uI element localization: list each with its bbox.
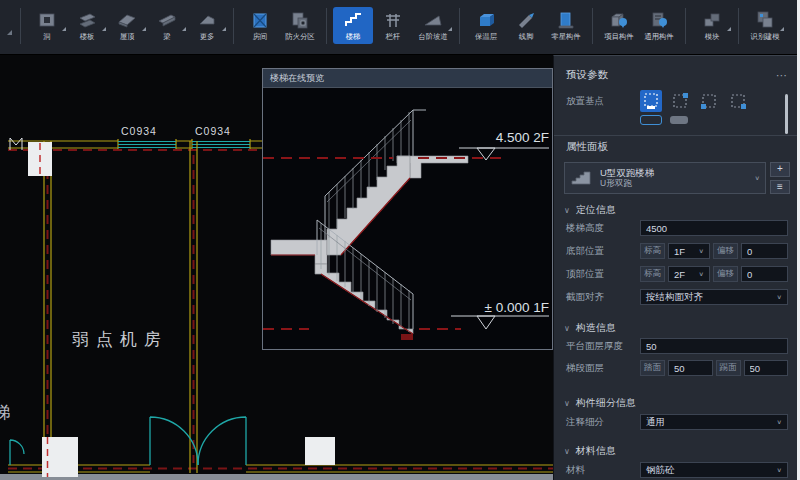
panel-scrollbar[interactable] bbox=[785, 94, 788, 134]
section-construction[interactable]: ∨ 构造信息 bbox=[554, 321, 800, 335]
note-subdivision-select[interactable]: 通用 ∨ bbox=[640, 414, 788, 430]
toolbar-divider bbox=[592, 8, 593, 44]
tool-steps-ramp-button[interactable]: 台阶坡道 bbox=[413, 7, 453, 44]
base-point-option-4[interactable] bbox=[727, 90, 749, 112]
clipped-tool-button[interactable] bbox=[0, 7, 14, 47]
base-point-option-5[interactable] bbox=[640, 115, 662, 125]
tool-generic-component-button[interactable]: 通用构件 bbox=[639, 7, 679, 44]
chevron-down-icon: ∨ bbox=[564, 399, 570, 408]
soffit-lines bbox=[271, 178, 413, 334]
add-type-button[interactable]: + bbox=[770, 162, 790, 177]
stair-height-label: 楼梯高度 bbox=[566, 222, 640, 235]
properties-panel: 预设参数 ⋯ 放置基点 属性面板 U bbox=[553, 55, 800, 480]
toolbar-divider bbox=[459, 8, 460, 44]
stair-preview-title[interactable]: 楼梯在线预览 bbox=[263, 69, 552, 88]
misc-component-icon bbox=[554, 8, 578, 32]
tool-recognize-model-button[interactable]: 识别建模 bbox=[745, 7, 785, 44]
stair-subtype-name: U形双跑 bbox=[600, 178, 749, 189]
tool-railing-button[interactable]: 栏杆 bbox=[373, 7, 413, 44]
section-subdivision[interactable]: ∨ 构件细分信息 bbox=[554, 396, 800, 410]
main-toolbar: 洞 楼板 屋顶 梁 更多 房间 bbox=[0, 0, 800, 55]
molding-icon bbox=[514, 8, 538, 32]
more-tools-icon bbox=[195, 8, 219, 32]
window bbox=[118, 142, 250, 148]
stair-preview-popup: 楼梯在线预览 bbox=[262, 68, 553, 350]
stair-height-input[interactable] bbox=[640, 220, 788, 236]
toolbar-group-recognition: 识别建模 bbox=[745, 7, 785, 44]
platform-thickness-input[interactable] bbox=[640, 338, 788, 354]
note-subdivision-label: 注释细分 bbox=[566, 416, 640, 429]
chevron-down-icon: ∨ bbox=[564, 447, 570, 456]
chevron-down-icon: ∨ bbox=[564, 324, 570, 333]
toolbar-group-space: 房间 防火分区 bbox=[240, 7, 320, 44]
section-align-select[interactable]: 按结构面对齐 ∨ bbox=[640, 289, 788, 305]
stair-type-select[interactable]: U型双跑楼梯 U形双跑 ∨ bbox=[564, 162, 766, 194]
base-point-option-6[interactable] bbox=[670, 116, 688, 124]
top-level-select[interactable]: 2F ∨ bbox=[668, 266, 710, 282]
tool-misc-component-button[interactable]: 零星构件 bbox=[546, 7, 586, 44]
bottom-level-select[interactable]: 1F ∨ bbox=[668, 243, 710, 259]
offset-tag: 偏移 bbox=[713, 243, 738, 259]
chevron-down-icon: ∨ bbox=[777, 293, 783, 300]
toolbar-divider bbox=[20, 8, 21, 44]
toolbar-divider bbox=[233, 8, 234, 44]
tool-project-component-button[interactable]: 项目构件 bbox=[599, 7, 639, 44]
tool-module-button[interactable]: 模块 bbox=[692, 7, 732, 44]
tread-tag: 踏面 bbox=[640, 360, 665, 376]
tool-molding-button[interactable]: 线脚 bbox=[506, 7, 546, 44]
tool-more-button[interactable]: 更多 bbox=[187, 7, 227, 44]
section-align-label: 截面对齐 bbox=[566, 291, 640, 304]
flight-finish-label: 梯段面层 bbox=[566, 362, 640, 375]
riser-tag: 踢面 bbox=[716, 360, 741, 376]
chevron-down-icon: ∨ bbox=[777, 466, 783, 473]
hole-icon bbox=[35, 8, 59, 32]
base-point-option-3[interactable] bbox=[698, 90, 720, 112]
recognize-model-icon bbox=[753, 8, 777, 32]
tool-fire-zone-button[interactable]: 防火分区 bbox=[280, 7, 320, 44]
tool-floor-slab-button[interactable]: 楼板 bbox=[67, 7, 107, 44]
stair-type-box: U型双跑楼梯 U形双跑 ∨ + ≡ bbox=[564, 162, 790, 194]
base-point-row-2 bbox=[554, 115, 800, 127]
tread-thickness-input[interactable] bbox=[668, 360, 713, 376]
type-options-button[interactable]: ≡ bbox=[770, 180, 790, 195]
stair-icon bbox=[341, 8, 365, 32]
tool-insulation-button[interactable]: 保温层 bbox=[466, 7, 506, 44]
toolbar-divider bbox=[738, 8, 739, 44]
level-tag: 标高 bbox=[640, 266, 665, 282]
tool-roof-button[interactable]: 屋顶 bbox=[107, 7, 147, 44]
more-options-button[interactable]: ⋯ bbox=[776, 69, 788, 82]
riser-thickness-input[interactable] bbox=[744, 360, 789, 376]
base-point-option-2[interactable] bbox=[669, 90, 691, 112]
clipped-room-label: 梯 bbox=[0, 403, 10, 422]
elevation-marker-1f bbox=[451, 316, 549, 329]
toolbar-group-library: 项目构件 通用构件 bbox=[599, 7, 679, 44]
roof-icon bbox=[115, 8, 139, 32]
platform-thickness-label: 平台面层厚度 bbox=[566, 340, 640, 353]
toolbar-divider bbox=[685, 8, 686, 44]
fire-zone-icon bbox=[288, 8, 312, 32]
bottom-edge-band bbox=[0, 474, 553, 480]
bottom-offset-input[interactable] bbox=[741, 243, 788, 259]
stair-type-name: U型双跑楼梯 bbox=[600, 167, 749, 178]
top-offset-input[interactable] bbox=[741, 266, 788, 282]
upper-stair-flight bbox=[327, 156, 410, 255]
material-label: 材料 bbox=[566, 464, 640, 477]
mid-landing-slab bbox=[271, 240, 327, 264]
tool-room-button[interactable]: 房间 bbox=[240, 7, 280, 44]
base-point-label: 放置基点 bbox=[566, 95, 640, 108]
stair-section-drawing[interactable]: 4.500 2F ± 0.000 1F bbox=[263, 88, 552, 350]
preset-params-title: 预设参数 bbox=[566, 68, 608, 82]
tool-stair-button[interactable]: 楼梯 bbox=[333, 7, 373, 44]
tool-beam-button[interactable]: 梁 bbox=[147, 7, 187, 44]
tool-hole-button[interactable]: 洞 bbox=[27, 7, 67, 44]
base-point-option-1[interactable] bbox=[640, 90, 662, 112]
section-material[interactable]: ∨ 材料信息 bbox=[554, 444, 800, 458]
floor-slab-icon bbox=[75, 8, 99, 32]
material-select[interactable]: 钢筋砼 ∨ bbox=[640, 462, 788, 478]
section-positioning[interactable]: ∨ 定位信息 bbox=[554, 203, 800, 217]
bottom-position-label: 底部位置 bbox=[566, 245, 640, 258]
chevron-down-icon: ∨ bbox=[699, 270, 705, 277]
toolbar-group-finishes: 保温层 线脚 零星构件 bbox=[466, 7, 586, 44]
stair-type-icon bbox=[570, 169, 594, 187]
chevron-down-icon: ∨ bbox=[777, 418, 783, 425]
